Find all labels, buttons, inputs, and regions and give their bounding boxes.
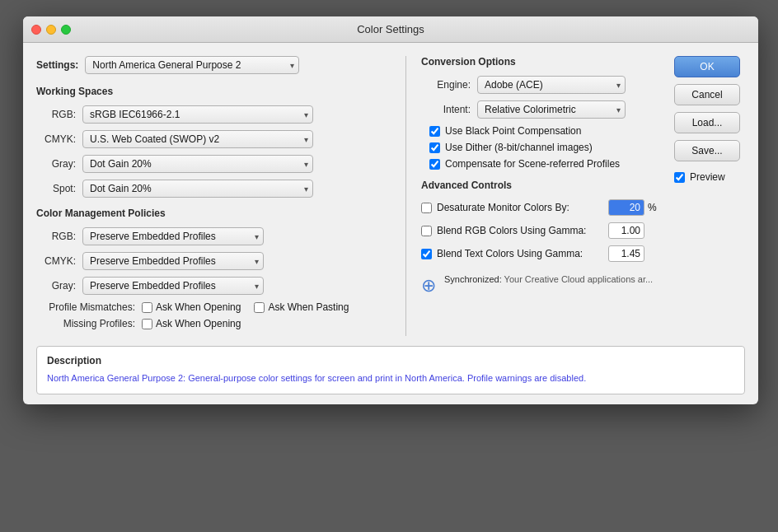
description-text: North America General Purpose 2: General…	[47, 371, 734, 385]
cmyk-label: CMYK:	[36, 133, 76, 145]
minimize-button[interactable]	[46, 25, 56, 35]
policy-gray-label: Gray:	[36, 280, 76, 292]
desaturate-input[interactable]	[608, 199, 644, 216]
desaturate-unit: %	[648, 202, 661, 213]
missing-profiles-label: Missing Profiles:	[36, 318, 135, 329]
rgb-label: RGB:	[36, 109, 76, 120]
blend-text-label: Blend Text Colors Using Gamma:	[437, 248, 608, 259]
color-management-header: Color Management Policies	[36, 208, 405, 219]
preview-label: Preview	[690, 171, 725, 183]
cancel-button[interactable]: Cancel	[674, 84, 740, 105]
policy-gray-select[interactable]: Preserve Embedded Profiles	[82, 277, 264, 295]
save-button[interactable]: Save...	[674, 140, 740, 161]
compensate-label: Compensate for Scene-referred Profiles	[445, 158, 620, 170]
close-button[interactable]	[31, 25, 41, 35]
spot-label: Spot:	[36, 183, 76, 194]
black-point-label: Use Black Point Compensation	[445, 125, 581, 137]
engine-label: Engine:	[421, 79, 471, 91]
engine-select[interactable]: Adobe (ACE)	[477, 76, 626, 94]
title-bar: Color Settings	[23, 16, 758, 43]
blend-text-input[interactable]	[608, 245, 644, 262]
left-panel: Settings: North America General Purpose …	[36, 56, 405, 336]
settings-select[interactable]: North America General Purpose 2	[85, 56, 299, 74]
blend-rgb-checkbox[interactable]	[421, 226, 432, 236]
policy-rgb-select[interactable]: Preserve Embedded Profiles	[82, 227, 264, 245]
gray-label: Gray:	[36, 158, 76, 170]
profile-mismatch-open-label: Ask When Opening	[156, 301, 241, 313]
blend-rgb-input[interactable]	[608, 222, 644, 239]
gray-select[interactable]: Dot Gain 20%	[82, 155, 313, 173]
right-panel: Conversion Options Engine: Adobe (ACE) I…	[405, 56, 661, 336]
black-point-checkbox[interactable]	[429, 126, 440, 137]
load-button[interactable]: Load...	[674, 112, 740, 133]
preview-checkbox[interactable]	[674, 172, 685, 183]
intent-label: Intent:	[421, 104, 471, 115]
working-spaces-header: Working Spaces	[36, 86, 405, 97]
desaturate-label: Desaturate Monitor Colors By:	[437, 202, 608, 213]
rgb-select[interactable]: sRGB IEC61966-2.1	[82, 105, 313, 124]
policy-rgb-label: RGB:	[36, 231, 76, 242]
conversion-options-header: Conversion Options	[421, 56, 661, 68]
blend-text-checkbox[interactable]	[421, 249, 432, 259]
advanced-controls-header: Advanced Controls	[421, 180, 661, 191]
profile-mismatch-open-checkbox[interactable]	[142, 302, 152, 313]
dither-checkbox[interactable]	[429, 142, 440, 153]
ok-button[interactable]: OK	[674, 56, 740, 77]
dither-label: Use Dither (8-bit/channel images)	[445, 142, 593, 153]
policy-cmyk-label: CMYK:	[36, 255, 76, 267]
spot-select[interactable]: Dot Gain 20%	[82, 180, 313, 198]
cmyk-select[interactable]: U.S. Web Coated (SWOP) v2	[82, 130, 313, 148]
missing-profile-open-checkbox[interactable]	[142, 319, 152, 329]
settings-label: Settings:	[36, 59, 78, 71]
compensate-checkbox[interactable]	[429, 159, 440, 170]
intent-select[interactable]: Relative Colorimetric	[477, 100, 626, 119]
globe-icon: ⊕	[421, 275, 436, 296]
description-section: Description North America General Purpos…	[36, 346, 745, 394]
profile-mismatches-label: Profile Mismatches:	[36, 301, 135, 313]
maximize-button[interactable]	[61, 25, 71, 35]
sync-text: Synchronized: Your Creative Cloud applic…	[444, 274, 653, 284]
profile-mismatch-paste-label: Ask When Pasting	[268, 301, 349, 313]
blend-rgb-label: Blend RGB Colors Using Gamma:	[437, 225, 608, 236]
description-header: Description	[47, 355, 734, 366]
desaturate-checkbox[interactable]	[421, 203, 432, 213]
profile-mismatch-paste-checkbox[interactable]	[254, 302, 265, 313]
policy-cmyk-select[interactable]: Preserve Embedded Profiles	[82, 252, 264, 270]
color-settings-dialog: Color Settings Settings: North America G…	[23, 16, 758, 404]
dialog-title: Color Settings	[357, 23, 424, 35]
missing-profile-open-label: Ask When Opening	[156, 318, 241, 329]
